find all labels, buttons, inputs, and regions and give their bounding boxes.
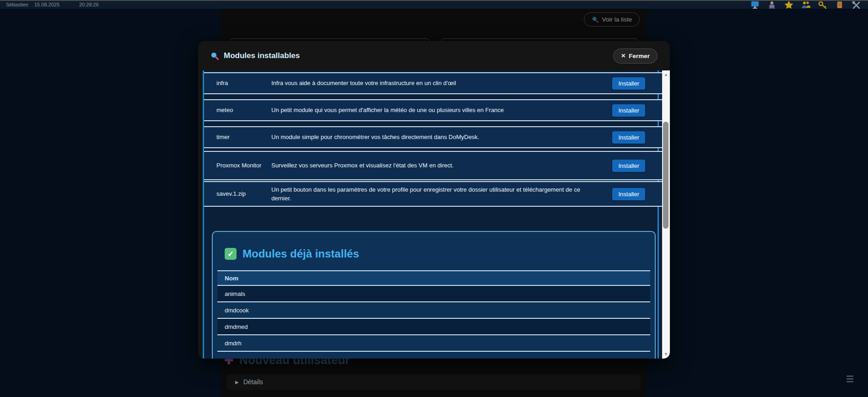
modal-header: Modules installables ✕ Fermer [198, 41, 670, 70]
modal-scrollbar[interactable]: ▲ ▼ [662, 70, 670, 359]
star-icon[interactable] [784, 0, 794, 9]
module-name: meteo [216, 106, 262, 114]
details-label: Détails [243, 378, 263, 386]
installed-row-dmdcook: dmdcook [217, 302, 650, 319]
modules-installables-modal: Modules installables ✕ Fermer infra Infr… [198, 41, 670, 359]
module-description: Un petit module qui vous permet d'affich… [271, 106, 598, 115]
install-button-infra[interactable]: Installer [612, 77, 645, 90]
scroll-icon[interactable] [835, 0, 845, 9]
details-disclosure[interactable]: ▶ Détails [227, 374, 641, 390]
scroll-up-arrow-icon[interactable]: ▲ [662, 72, 670, 77]
column-header-nom: Nom [217, 270, 650, 286]
install-button-proxmox-monitor[interactable]: Installer [612, 160, 645, 172]
install-button-timer[interactable]: Installer [612, 131, 645, 144]
tools-icon[interactable] [852, 0, 862, 9]
modules-scroll-content: infra Infra vous aide à documenter toute… [203, 70, 662, 359]
module-name: savev.1.zip [216, 190, 262, 198]
search-icon [592, 16, 598, 23]
close-button-label: Fermer [629, 53, 650, 59]
installed-heading-label: Modules déjà installés [243, 247, 359, 260]
module-row-savev: savev.1.zip Un petit bouton dans les par… [204, 181, 662, 207]
install-button-savev[interactable]: Installer [612, 188, 645, 200]
topbar-icon-row [750, 0, 862, 9]
hamburger-menu-icon[interactable] [846, 376, 854, 384]
module-row-meteo: meteo Un petit module qui vous permet d'… [204, 99, 662, 121]
module-name: Proxmox Monitor [216, 161, 262, 170]
installed-modules-table: Nom animals dmdcook dmdmed dmdrh [217, 270, 650, 352]
installed-modules-heading: ✓ Modules déjà installés [225, 247, 655, 260]
module-description: Infra vous aide à documenter toute votre… [271, 79, 598, 88]
current-date: 15.08.2025 [34, 2, 59, 7]
module-description: Un petit bouton dans les paramètres de v… [271, 185, 598, 203]
installed-row-dmdrh: dmdrh [217, 335, 650, 352]
scroll-down-arrow-icon[interactable]: ▼ [662, 352, 670, 356]
installed-row-dmdmed: dmdmed [217, 319, 650, 335]
installed-row-animals: animals [217, 286, 650, 302]
module-row-infra: infra Infra vous aide à documenter toute… [204, 72, 662, 94]
close-modal-button[interactable]: ✕ Fermer [613, 48, 658, 64]
module-description: Un module simple pour chronométrer vos t… [271, 133, 598, 142]
scrollbar-thumb[interactable] [663, 122, 669, 229]
search-icon [210, 52, 219, 60]
top-bar: Sébastien 15.08.2025 20:28:26 [0, 1, 868, 9]
modal-title: Modules installables [210, 51, 300, 60]
voir-la-liste-label: Voir la liste [602, 16, 632, 23]
module-name: timer [216, 133, 262, 141]
current-user: Sébastien [6, 2, 28, 7]
module-name: infra [216, 79, 262, 87]
monitor-icon[interactable] [750, 0, 760, 9]
current-time: 20:28:26 [79, 2, 99, 7]
installed-modules-section: ✓ Modules déjà installés Nom animals dmd… [212, 231, 656, 359]
key-icon[interactable] [818, 0, 828, 9]
module-description: Surveillez vos serveurs Proxmox et visua… [271, 161, 598, 170]
module-row-timer: timer Un module simple pour chronométrer… [204, 126, 662, 148]
check-icon: ✓ [225, 248, 237, 260]
close-icon: ✕ [621, 53, 625, 59]
technologist-icon[interactable] [767, 0, 777, 9]
module-row-proxmox-monitor: Proxmox Monitor Surveillez vos serveurs … [204, 151, 662, 180]
modal-body: infra Infra vous aide à documenter toute… [198, 70, 670, 359]
caret-right-icon: ▶ [235, 380, 239, 385]
users-icon[interactable] [801, 0, 811, 9]
modal-title-label: Modules installables [224, 51, 300, 60]
voir-la-liste-button[interactable]: Voir la liste [584, 12, 640, 27]
install-button-meteo[interactable]: Installer [612, 104, 645, 117]
